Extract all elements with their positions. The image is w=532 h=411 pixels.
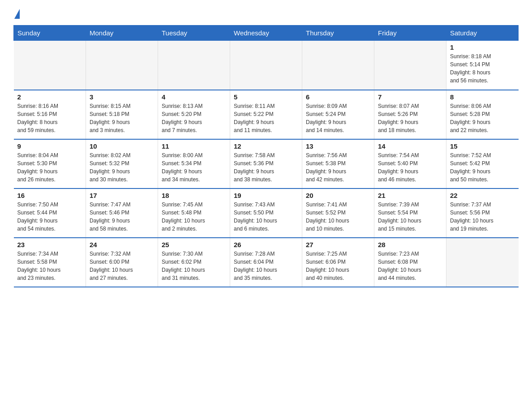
calendar-cell	[14, 41, 86, 90]
day-info: Sunrise: 8:18 AM Sunset: 5:14 PM Dayligh…	[450, 52, 515, 85]
calendar-cell: 16Sunrise: 7:50 AM Sunset: 5:44 PM Dayli…	[14, 188, 86, 238]
day-info: Sunrise: 8:09 AM Sunset: 5:24 PM Dayligh…	[306, 102, 370, 134]
day-info: Sunrise: 8:15 AM Sunset: 5:18 PM Dayligh…	[90, 102, 154, 134]
calendar-table: SundayMondayTuesdayWednesdayThursdayFrid…	[13, 25, 519, 287]
day-info: Sunrise: 7:32 AM Sunset: 6:00 PM Dayligh…	[90, 250, 154, 282]
calendar-cell: 9Sunrise: 8:04 AM Sunset: 5:30 PM Daylig…	[14, 139, 86, 188]
day-info: Sunrise: 8:06 AM Sunset: 5:28 PM Dayligh…	[450, 102, 515, 134]
day-number: 2	[17, 93, 82, 101]
day-info: Sunrise: 8:13 AM Sunset: 5:20 PM Dayligh…	[162, 102, 226, 134]
calendar-cell: 7Sunrise: 8:07 AM Sunset: 5:26 PM Daylig…	[374, 90, 446, 139]
day-number: 4	[162, 93, 226, 101]
calendar-cell: 27Sunrise: 7:25 AM Sunset: 6:06 PM Dayli…	[302, 238, 374, 287]
calendar-cell: 23Sunrise: 7:34 AM Sunset: 5:58 PM Dayli…	[14, 238, 86, 287]
calendar-cell	[302, 41, 374, 90]
day-info: Sunrise: 7:56 AM Sunset: 5:38 PM Dayligh…	[306, 151, 370, 184]
calendar-cell	[446, 238, 519, 287]
day-number: 22	[450, 192, 515, 199]
day-info: Sunrise: 7:37 AM Sunset: 5:56 PM Dayligh…	[450, 201, 515, 233]
day-number: 20	[306, 192, 370, 199]
day-info: Sunrise: 7:39 AM Sunset: 5:54 PM Dayligh…	[378, 201, 442, 233]
logo-triangle-icon	[14, 9, 20, 19]
day-info: Sunrise: 7:28 AM Sunset: 6:04 PM Dayligh…	[234, 250, 298, 282]
calendar-cell: 11Sunrise: 8:00 AM Sunset: 5:34 PM Dayli…	[158, 139, 230, 188]
calendar-cell	[86, 41, 158, 90]
calendar-cell	[158, 41, 230, 90]
day-info: Sunrise: 8:16 AM Sunset: 5:16 PM Dayligh…	[17, 102, 82, 134]
calendar-cell: 6Sunrise: 8:09 AM Sunset: 5:24 PM Daylig…	[302, 90, 374, 139]
day-number: 10	[90, 142, 154, 150]
day-number: 26	[234, 241, 298, 248]
calendar-cell: 2Sunrise: 8:16 AM Sunset: 5:16 PM Daylig…	[14, 90, 86, 139]
day-number: 14	[378, 142, 442, 150]
weekday-header-sunday: Sunday	[14, 26, 86, 41]
calendar-cell: 5Sunrise: 8:11 AM Sunset: 5:22 PM Daylig…	[230, 90, 302, 139]
day-info: Sunrise: 8:07 AM Sunset: 5:26 PM Dayligh…	[378, 102, 442, 134]
weekday-header-monday: Monday	[86, 26, 158, 41]
calendar-week-row: 2Sunrise: 8:16 AM Sunset: 5:16 PM Daylig…	[14, 90, 519, 139]
day-info: Sunrise: 7:52 AM Sunset: 5:42 PM Dayligh…	[450, 151, 515, 184]
calendar-cell: 24Sunrise: 7:32 AM Sunset: 6:00 PM Dayli…	[86, 238, 158, 287]
day-number: 24	[90, 241, 154, 248]
day-number: 28	[378, 241, 442, 248]
calendar-cell	[374, 41, 446, 90]
day-info: Sunrise: 7:23 AM Sunset: 6:08 PM Dayligh…	[378, 250, 442, 282]
calendar-cell: 12Sunrise: 7:58 AM Sunset: 5:36 PM Dayli…	[230, 139, 302, 188]
calendar-cell: 25Sunrise: 7:30 AM Sunset: 6:02 PM Dayli…	[158, 238, 230, 287]
day-number: 13	[306, 142, 370, 150]
calendar-week-row: 16Sunrise: 7:50 AM Sunset: 5:44 PM Dayli…	[14, 188, 519, 238]
calendar-cell: 19Sunrise: 7:43 AM Sunset: 5:50 PM Dayli…	[230, 188, 302, 238]
weekday-header-friday: Friday	[374, 26, 446, 41]
day-info: Sunrise: 7:25 AM Sunset: 6:06 PM Dayligh…	[306, 250, 370, 282]
calendar-week-row: 9Sunrise: 8:04 AM Sunset: 5:30 PM Daylig…	[14, 139, 519, 188]
day-number: 12	[234, 142, 298, 150]
calendar-cell: 1Sunrise: 8:18 AM Sunset: 5:14 PM Daylig…	[446, 41, 519, 90]
weekday-header-saturday: Saturday	[446, 26, 519, 41]
day-number: 27	[306, 241, 370, 248]
day-info: Sunrise: 7:50 AM Sunset: 5:44 PM Dayligh…	[17, 201, 82, 233]
page-header	[13, 9, 519, 18]
day-number: 6	[306, 93, 370, 101]
calendar-cell: 4Sunrise: 8:13 AM Sunset: 5:20 PM Daylig…	[158, 90, 230, 139]
day-info: Sunrise: 7:43 AM Sunset: 5:50 PM Dayligh…	[234, 201, 298, 233]
day-number: 25	[162, 241, 226, 248]
day-info: Sunrise: 8:00 AM Sunset: 5:34 PM Dayligh…	[162, 151, 226, 184]
calendar-cell: 10Sunrise: 8:02 AM Sunset: 5:32 PM Dayli…	[86, 139, 158, 188]
day-number: 23	[17, 241, 82, 248]
calendar-cell: 28Sunrise: 7:23 AM Sunset: 6:08 PM Dayli…	[374, 238, 446, 287]
day-info: Sunrise: 7:45 AM Sunset: 5:48 PM Dayligh…	[162, 201, 226, 233]
calendar-cell	[230, 41, 302, 90]
day-number: 17	[90, 192, 154, 199]
calendar-week-row: 23Sunrise: 7:34 AM Sunset: 5:58 PM Dayli…	[14, 238, 519, 287]
day-number: 9	[17, 142, 82, 150]
weekday-header-row: SundayMondayTuesdayWednesdayThursdayFrid…	[14, 26, 519, 41]
day-number: 15	[450, 142, 515, 150]
calendar-cell: 14Sunrise: 7:54 AM Sunset: 5:40 PM Dayli…	[374, 139, 446, 188]
calendar-cell: 17Sunrise: 7:47 AM Sunset: 5:46 PM Dayli…	[86, 188, 158, 238]
day-info: Sunrise: 8:02 AM Sunset: 5:32 PM Dayligh…	[90, 151, 154, 184]
day-number: 19	[234, 192, 298, 199]
calendar-cell: 13Sunrise: 7:56 AM Sunset: 5:38 PM Dayli…	[302, 139, 374, 188]
day-number: 5	[234, 93, 298, 101]
calendar-cell: 26Sunrise: 7:28 AM Sunset: 6:04 PM Dayli…	[230, 238, 302, 287]
day-info: Sunrise: 7:41 AM Sunset: 5:52 PM Dayligh…	[306, 201, 370, 233]
weekday-header-thursday: Thursday	[302, 26, 374, 41]
day-number: 7	[378, 93, 442, 101]
calendar-week-row: 1Sunrise: 8:18 AM Sunset: 5:14 PM Daylig…	[14, 41, 519, 90]
day-info: Sunrise: 7:30 AM Sunset: 6:02 PM Dayligh…	[162, 250, 226, 282]
day-number: 11	[162, 142, 226, 150]
day-number: 1	[450, 43, 515, 51]
weekday-header-wednesday: Wednesday	[230, 26, 302, 41]
day-number: 16	[17, 192, 82, 199]
day-info: Sunrise: 7:58 AM Sunset: 5:36 PM Dayligh…	[234, 151, 298, 184]
day-number: 21	[378, 192, 442, 199]
day-number: 3	[90, 93, 154, 101]
day-info: Sunrise: 7:47 AM Sunset: 5:46 PM Dayligh…	[90, 201, 154, 233]
weekday-header-tuesday: Tuesday	[158, 26, 230, 41]
calendar-cell: 3Sunrise: 8:15 AM Sunset: 5:18 PM Daylig…	[86, 90, 158, 139]
logo	[13, 9, 20, 18]
day-info: Sunrise: 8:04 AM Sunset: 5:30 PM Dayligh…	[17, 151, 82, 184]
day-number: 18	[162, 192, 226, 199]
day-info: Sunrise: 7:34 AM Sunset: 5:58 PM Dayligh…	[17, 250, 82, 282]
calendar-cell: 15Sunrise: 7:52 AM Sunset: 5:42 PM Dayli…	[446, 139, 519, 188]
